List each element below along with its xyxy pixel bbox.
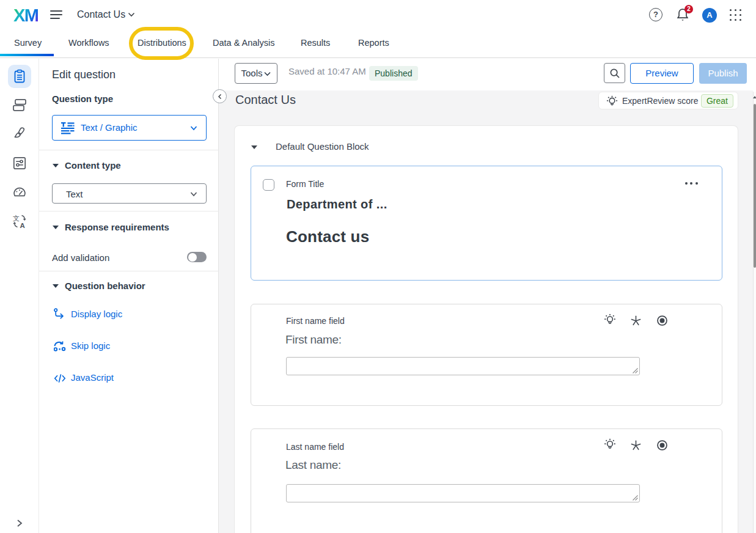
svg-text:文: 文	[13, 215, 20, 222]
svg-text:A: A	[20, 222, 25, 229]
